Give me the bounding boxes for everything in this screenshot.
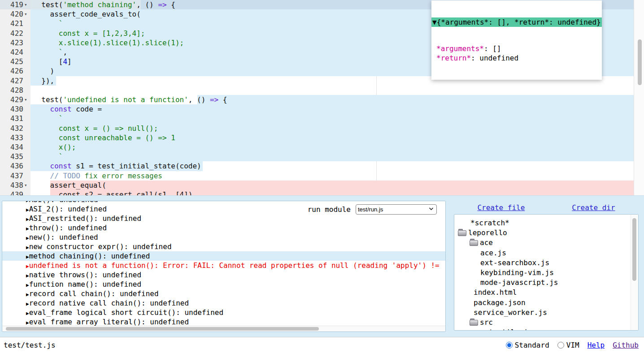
code-line[interactable]: 429▾ test('undefined is not a function',… [0,95,644,104]
value-inspector-header[interactable]: ▼{*arguments*: [], *return*: undefined} [431,17,602,27]
line-number: 425 [0,57,23,66]
line-number: 427 [0,76,23,86]
tree-item-label: service_worker.js [474,308,547,318]
run-module-select[interactable]: test/run.js [356,204,437,215]
test-result-text: throw(): undefined [29,224,107,232]
line-number: 434 [0,142,23,152]
test-result-item[interactable]: ▶eval_frame logical short circuit(): und… [2,308,446,317]
tree-item-folder[interactable]: src [454,318,631,327]
keybinding-vim-option[interactable]: VIM [557,341,579,349]
tree-item-label: src [480,318,493,327]
tree-scrollbar-thumb[interactable] [632,218,636,281]
test-result-text: new constructor expr(): undefined [29,242,172,251]
test-result-item[interactable]: ▶throw(): undefined [2,223,446,232]
code-text: `, [33,47,67,57]
code-line[interactable]: 437 // TODO fix error messages [0,171,644,181]
test-result-item[interactable]: ▶undefined is not a function(): Error: F… [2,261,446,270]
value-inspector-entry[interactable]: *arguments*: [] [431,44,602,53]
create-dir-link[interactable]: Create dir [572,203,615,212]
code-line[interactable]: 430 const code = [0,104,644,114]
code-text: const x = () => null(); [33,124,158,133]
tree-item-file[interactable]: ast_utils.js [454,327,631,331]
tree-item-folder[interactable]: ace [454,238,631,248]
expand-arrow-icon[interactable]: ▶ [26,310,29,316]
fold-arrow-icon[interactable]: ▾ [24,95,27,104]
code-text: x(); [33,142,76,152]
fold-arrow-icon[interactable]: ▾ [24,181,27,190]
test-result-text: new(): undefined [29,233,98,241]
editor-scrollbar-track [634,0,644,196]
code-line[interactable]: 439 const s2 = assert_call(s1, [4]) [0,190,644,196]
test-result-text: ASI_2(): undefined [29,205,107,213]
console-hscrollbar-thumb[interactable] [6,327,319,331]
expand-arrow-icon[interactable]: ▶ [26,235,29,241]
tree-item-folder[interactable]: leporello [454,228,631,238]
fold-arrow-icon[interactable]: ▾ [24,0,27,9]
expand-arrow-icon[interactable]: ▶ [26,245,29,250]
vim-radio[interactable] [557,342,564,349]
code-line[interactable]: 438▾ assert_equal( [0,181,644,190]
expand-arrow-icon[interactable]: ▶ [26,254,29,260]
create-file-link[interactable]: Create file [477,203,525,212]
test-output-panel: ▶ASI(): undefined▶ASI_2(): undefined▶ASI… [2,201,446,332]
test-result-item[interactable]: ▶new(): undefined [2,232,446,242]
editor-scrollbar-thumb[interactable] [638,39,642,85]
github-link[interactable]: Github [613,341,639,349]
help-link[interactable]: Help [587,341,605,349]
expand-arrow-icon[interactable]: ▶ [26,207,29,213]
expand-arrow-icon[interactable]: ▶ [26,201,29,203]
code-line[interactable]: 431 ` [0,114,644,123]
test-result-item[interactable]: ▶record call chain(): undefined [2,289,446,298]
fold-arrow-icon[interactable]: ▾ [24,9,27,19]
test-result-item[interactable]: ▶native throws(): undefined [2,270,446,280]
expand-arrow-icon[interactable]: ▶ [26,282,29,288]
expand-arrow-icon[interactable]: ▶ [26,263,29,269]
folder-icon [470,320,478,326]
code-text: const code = [33,104,102,114]
test-result-text: ASI(): undefined [29,201,98,204]
expand-arrow-icon[interactable]: ▶ [26,216,29,222]
tree-item-file[interactable]: keybinding-vim.js [454,268,631,278]
code-line[interactable]: 436 const s1 = test_initial_state(code) [0,161,644,171]
test-result-item[interactable]: ▶ASI(): undefined [2,201,446,204]
tree-item-file[interactable]: ext-searchbox.js [454,258,631,268]
tree-item-file[interactable]: package.json [454,298,631,308]
code-line[interactable]: 433 const unreachable = () => 1 [0,133,644,142]
test-result-item[interactable]: ▶method chaining(): undefined [2,251,446,261]
test-result-item[interactable]: ▶eval_frame array_literal(): undefined [2,317,446,327]
standard-radio[interactable] [506,342,513,349]
test-result-item[interactable]: ▶function name(): undefined [2,280,446,289]
code-editor[interactable]: 419▾ test('method chaining', () => {420▾… [0,0,644,196]
test-result-item[interactable]: ▶ASI_restrited(): undefined [2,214,446,223]
tree-item-file[interactable]: service_worker.js [454,308,631,318]
test-result-item[interactable]: ▶new constructor expr(): undefined [2,242,446,251]
keybinding-standard-option[interactable]: Standard [506,341,549,349]
tree-item-file[interactable]: *scratch* [454,218,631,228]
expand-arrow-icon[interactable]: ▶ [26,292,29,297]
expand-arrow-icon[interactable]: ▶ [26,320,29,326]
code-line[interactable]: 432 const x = () => null(); [0,124,644,133]
code-line[interactable]: 435 ` [0,152,644,161]
line-number: 424 [0,47,23,57]
line-number: 437 [0,171,23,181]
expand-arrow-icon[interactable]: ▶ [26,301,29,307]
expand-arrow-icon[interactable]: ▶ [26,226,29,232]
code-line[interactable]: 428 [0,86,644,95]
tree-item-file[interactable]: ace.js [454,248,631,258]
tree-item-file[interactable]: mode-javascript.js [454,278,631,288]
tree-item-file[interactable]: index.html [454,288,631,297]
console-hscrollbar-track [2,326,445,331]
line-number: 423 [0,38,23,47]
code-line[interactable]: 434 x(); [0,142,644,152]
expand-arrow-icon[interactable]: ▶ [26,273,29,279]
code-text: ` [33,152,63,161]
code-text: assert_code_evals_to( [33,9,141,19]
line-number: 420 [0,9,23,19]
line-number: 422 [0,29,23,38]
line-number: 438 [0,181,23,190]
test-result-item[interactable]: ▶record native call chain(): undefined [2,298,446,308]
value-inspector-entry[interactable]: *return*: undefined [431,53,602,63]
file-panel-header: Create file Create dir [454,202,639,213]
line-number: 432 [0,124,23,133]
line-number: 435 [0,152,23,161]
